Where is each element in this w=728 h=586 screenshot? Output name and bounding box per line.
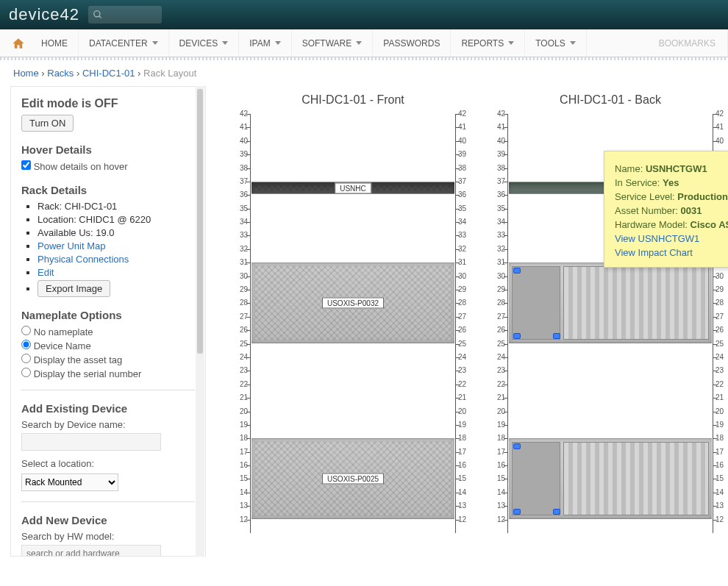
breadcrumb-current: Rack Layout	[143, 68, 196, 79]
rack-device[interactable]	[509, 438, 712, 518]
top-bar: device42	[0, 0, 728, 29]
chevron-down-icon	[508, 41, 514, 45]
search-hw-input[interactable]	[21, 545, 161, 557]
breadcrumb-home[interactable]: Home	[13, 68, 39, 79]
chevron-down-icon	[222, 41, 228, 45]
tooltip-view-link[interactable]: View USNHCTGW1	[615, 233, 728, 244]
main-nav: HOME DATACENTER DEVICES IPAM SOFTWARE PA…	[0, 29, 728, 57]
device-nameplate: USOXIS-P0032	[322, 297, 384, 308]
device-nameplate: USNHC	[335, 182, 371, 193]
turn-on-button[interactable]: Turn ON	[21, 115, 74, 132]
nav-software[interactable]: SOFTWARE	[292, 29, 374, 57]
chevron-down-icon	[275, 41, 281, 45]
edit-link[interactable]: Edit	[38, 267, 54, 278]
power-unit-link[interactable]: Power Unit Map	[38, 240, 105, 251]
export-image-button[interactable]: Export Image	[38, 280, 110, 297]
nameplate-title: Nameplate Options	[21, 309, 195, 321]
rack-device[interactable]: USNHC	[251, 182, 454, 194]
rack-device[interactable]: USOXIS-P0032	[251, 262, 454, 343]
breadcrumb-racks[interactable]: Racks	[47, 68, 74, 79]
rackdetails-title: Rack Details	[21, 184, 195, 196]
np-none[interactable]: No nameplate	[21, 326, 195, 337]
hover-checkbox-label[interactable]: Show details on hover	[21, 160, 195, 172]
sidebar: Edit mode is OFF Turn ON Hover Details S…	[10, 86, 206, 557]
breadcrumb-rack[interactable]: CHI-DC1-01	[82, 68, 135, 79]
device-nameplate: USOXIS-P0025	[322, 473, 384, 484]
search-device-input[interactable]	[21, 433, 161, 451]
location-select-1[interactable]: Rack Mounted	[21, 474, 118, 491]
rack-available: Available Us: 19.0	[38, 227, 195, 238]
np-asset[interactable]: Display the asset tag	[21, 354, 195, 365]
nav-reports[interactable]: REPORTS	[451, 29, 525, 57]
rack-back-title: CHI-DC1-01 - Back	[507, 93, 713, 107]
brand-logo: device42	[9, 5, 79, 24]
physical-conn-link[interactable]: Physical Connections	[38, 254, 129, 265]
rack-front: CHI-DC1-01 - Front 424241414040393938383…	[250, 93, 456, 533]
nav-tools[interactable]: TOOLS	[525, 29, 586, 57]
addexisting-title: Add Existing Device	[21, 402, 195, 415]
search-hw-label: Search by HW model:	[21, 531, 195, 542]
svg-point-0	[94, 11, 100, 17]
nav-ipam[interactable]: IPAM	[239, 29, 291, 57]
nav-passwords[interactable]: PASSWORDS	[373, 29, 451, 57]
sidebar-scrollbar[interactable]	[196, 86, 204, 557]
nav-bookmarks[interactable]: BOOKMARKS	[649, 29, 728, 57]
rack-device[interactable]: USOXIS-P0025	[251, 438, 454, 518]
nav-datacenter[interactable]: DATACENTER	[79, 29, 169, 57]
breadcrumb: Home › Racks › CHI-DC1-01 › Rack Layout	[0, 60, 728, 86]
addnew-title: Add New Device	[21, 514, 195, 526]
select-location-label: Select a location:	[21, 458, 195, 469]
search-device-label: Search by Device name:	[21, 419, 195, 430]
rack-device[interactable]	[509, 262, 712, 343]
rack-area: CHI-DC1-01 - Front 424241414040393938383…	[206, 86, 728, 557]
nav-devices[interactable]: DEVICES	[169, 29, 240, 57]
chevron-down-icon	[356, 41, 362, 45]
nav-home[interactable]: HOME	[31, 29, 79, 57]
rack-front-title: CHI-DC1-01 - Front	[250, 93, 456, 107]
np-serial[interactable]: Display the serial number	[21, 368, 195, 379]
chevron-down-icon	[570, 41, 576, 45]
home-icon[interactable]	[6, 29, 31, 57]
np-device[interactable]: Device Name	[21, 340, 195, 351]
hover-title: Hover Details	[21, 143, 195, 156]
hover-checkbox[interactable]	[21, 160, 31, 170]
device-tooltip: ✕ Name: USNHCTGW1 In Service: Yes Servic…	[604, 151, 728, 268]
svg-line-1	[99, 16, 101, 18]
rack-name: Rack: CHI-DC1-01	[38, 201, 195, 212]
search-icon	[93, 10, 103, 20]
global-search[interactable]	[88, 6, 162, 24]
editmode-title: Edit mode is OFF	[21, 97, 195, 110]
chevron-down-icon	[152, 41, 158, 45]
tooltip-impact-link[interactable]: View Impact Chart	[615, 247, 728, 258]
rack-location: Location: CHIDC1 @ 6220	[38, 214, 195, 225]
